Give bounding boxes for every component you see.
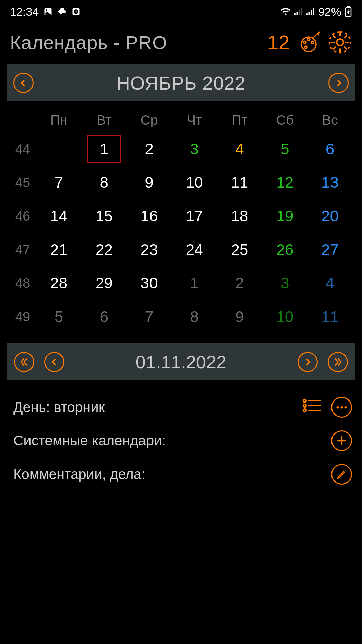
day-cell[interactable]: 17 bbox=[172, 203, 217, 229]
list-icon[interactable] bbox=[302, 398, 321, 417]
edit-comment-button[interactable] bbox=[331, 464, 352, 485]
week-number: 49 bbox=[9, 309, 36, 324]
prev-week-button[interactable] bbox=[14, 352, 34, 372]
day-cell[interactable]: 4 bbox=[307, 270, 353, 297]
day-cell[interactable]: 28 bbox=[36, 270, 81, 297]
day-cell[interactable]: 6 bbox=[81, 303, 127, 330]
weekday-label: Вт bbox=[81, 113, 127, 128]
day-cell[interactable]: 18 bbox=[217, 203, 262, 229]
day-cell[interactable]: 7 bbox=[36, 169, 81, 196]
signal1-icon bbox=[294, 7, 303, 16]
svg-point-18 bbox=[305, 46, 307, 48]
app-header: Календарь - PRO 12 bbox=[0, 23, 362, 64]
day-cell[interactable]: 16 bbox=[127, 203, 172, 229]
day-cell[interactable]: 25 bbox=[217, 236, 262, 263]
day-cell[interactable]: 27 bbox=[307, 236, 353, 263]
day-cell[interactable]: 30 bbox=[127, 270, 172, 297]
day-cell[interactable]: 29 bbox=[81, 270, 127, 297]
svg-point-1 bbox=[46, 9, 47, 11]
svg-point-27 bbox=[341, 406, 343, 409]
week-number: 45 bbox=[9, 175, 36, 190]
svg-point-19 bbox=[337, 39, 343, 46]
svg-point-15 bbox=[304, 41, 306, 43]
clock-icon bbox=[71, 7, 81, 16]
day-info-row: День: вторник bbox=[13, 390, 352, 424]
day-cell[interactable]: 2 bbox=[127, 136, 172, 162]
day-cell[interactable]: 24 bbox=[172, 236, 217, 263]
more-button[interactable] bbox=[331, 397, 352, 418]
day-cell[interactable]: 1 bbox=[172, 270, 217, 297]
svg-rect-7 bbox=[301, 8, 302, 15]
prev-month-button[interactable] bbox=[13, 73, 34, 93]
svg-point-17 bbox=[311, 41, 314, 43]
day-cell[interactable]: 26 bbox=[262, 236, 307, 263]
day-cell[interactable]: 9 bbox=[217, 303, 262, 330]
weekday-label: Вс bbox=[307, 113, 353, 128]
comments-row: Комментарии, дела: bbox=[13, 458, 352, 491]
day-cell[interactable]: 4 bbox=[217, 136, 262, 162]
status-battery: 92% bbox=[318, 5, 341, 18]
settings-button[interactable] bbox=[328, 30, 352, 54]
day-cell[interactable]: 12 bbox=[262, 169, 307, 196]
day-cell[interactable]: 10 bbox=[172, 169, 217, 196]
day-cell[interactable]: 3 bbox=[172, 136, 217, 162]
day-cell[interactable]: 3 bbox=[262, 270, 307, 297]
day-cell[interactable]: 21 bbox=[36, 236, 81, 263]
day-cell[interactable]: 11 bbox=[217, 169, 262, 196]
day-cell[interactable]: 20 bbox=[307, 203, 353, 229]
day-cell[interactable]: 22 bbox=[81, 236, 127, 263]
status-left: 12:34 bbox=[10, 5, 81, 18]
day-cell[interactable] bbox=[36, 136, 81, 162]
system-calendars-label: Системные календари: bbox=[13, 433, 331, 449]
svg-point-14 bbox=[301, 37, 316, 52]
week-row: 4721222324252627 bbox=[9, 233, 353, 266]
svg-rect-11 bbox=[313, 8, 314, 15]
next-week-button[interactable] bbox=[328, 352, 348, 372]
weekday-label: Чт bbox=[172, 113, 217, 128]
svg-point-20 bbox=[303, 399, 306, 402]
month-title[interactable]: НОЯБРЬ 2022 bbox=[34, 72, 328, 94]
day-cell[interactable]: 1 bbox=[87, 135, 121, 163]
cloud-icon bbox=[57, 7, 67, 16]
svg-rect-6 bbox=[299, 10, 300, 15]
week-number: 48 bbox=[9, 276, 36, 291]
day-cell[interactable]: 10 bbox=[262, 303, 307, 330]
day-cell[interactable]: 8 bbox=[172, 303, 217, 330]
weekday-label: Пн bbox=[36, 113, 81, 128]
day-cell[interactable]: 13 bbox=[307, 169, 353, 196]
theme-button[interactable] bbox=[298, 30, 322, 54]
day-cell[interactable]: 23 bbox=[127, 236, 172, 263]
weekday-label: Пт bbox=[217, 113, 262, 128]
status-right: 92% bbox=[280, 5, 352, 18]
wifi-icon bbox=[280, 7, 291, 16]
week-number: 44 bbox=[9, 142, 36, 157]
day-cell[interactable]: 15 bbox=[81, 203, 127, 229]
day-cell[interactable]: 5 bbox=[262, 136, 307, 162]
day-cell[interactable]: 6 bbox=[307, 136, 353, 162]
picture-icon bbox=[43, 7, 53, 16]
comments-label: Комментарии, дела: bbox=[13, 466, 331, 482]
next-month-button[interactable] bbox=[328, 73, 349, 93]
add-calendar-button[interactable] bbox=[331, 430, 352, 451]
svg-point-22 bbox=[303, 404, 306, 407]
week-row: 4578910111213 bbox=[9, 166, 353, 199]
next-day-button[interactable] bbox=[298, 352, 318, 372]
date-nav-bar: 01.11.2022 bbox=[7, 343, 355, 380]
day-cell[interactable]: 11 bbox=[307, 303, 353, 330]
selected-date[interactable]: 01.11.2022 bbox=[74, 352, 288, 372]
svg-rect-9 bbox=[308, 12, 310, 15]
day-cell[interactable]: 19 bbox=[262, 203, 307, 229]
today-date-badge[interactable]: 12 bbox=[267, 31, 290, 54]
week-number: 47 bbox=[9, 242, 36, 257]
info-section: День: вторник Системные календари: Комме… bbox=[0, 380, 362, 491]
svg-rect-8 bbox=[306, 13, 308, 15]
day-cell[interactable]: 8 bbox=[81, 169, 127, 196]
weekday-label: Сб bbox=[262, 113, 307, 128]
prev-day-button[interactable] bbox=[44, 352, 64, 372]
calendar-grid: Пн Вт Ср Чт Пт Сб Вс 4412345645789101112… bbox=[0, 101, 362, 337]
day-cell[interactable]: 14 bbox=[36, 203, 81, 229]
day-cell[interactable]: 7 bbox=[127, 303, 172, 330]
day-cell[interactable]: 9 bbox=[127, 169, 172, 196]
day-cell[interactable]: 5 bbox=[36, 303, 81, 330]
day-cell[interactable]: 2 bbox=[217, 270, 262, 297]
